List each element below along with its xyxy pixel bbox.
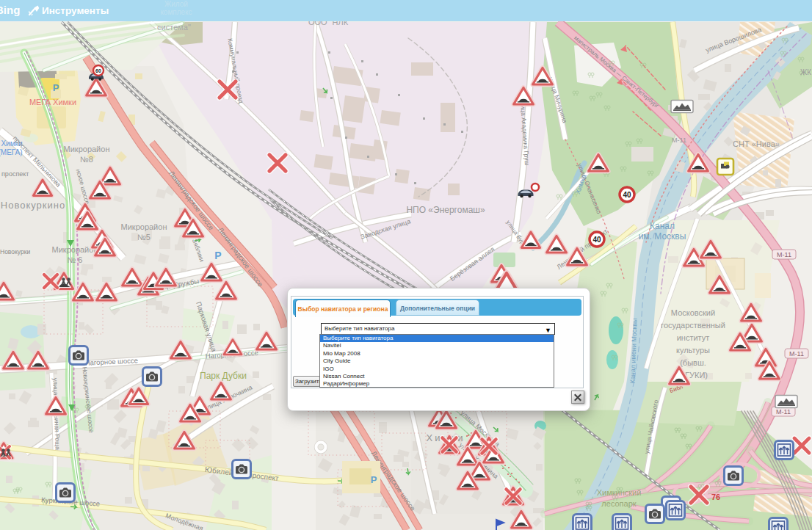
svg-text:им. Москвы: им. Москвы <box>639 231 686 242</box>
svg-text:проспект: проспект <box>1 170 29 178</box>
svg-text:ЖК «Н: ЖК «Н <box>800 68 812 76</box>
svg-text:Химкинский: Химкинский <box>597 488 642 497</box>
svg-text:(бывш.: (бывш. <box>680 358 706 367</box>
svg-text:Парк Дубки: Парк Дубки <box>200 371 247 381</box>
svg-text:60: 60 <box>95 68 101 73</box>
svg-text:М-11: М-11 <box>789 350 804 357</box>
svg-text:Новокуркино: Новокуркино <box>1 200 65 211</box>
svg-text:Новокурки: Новокурки <box>0 248 30 255</box>
svg-text:система": система" <box>157 23 191 32</box>
svg-text:(МЕГА): (МЕГА) <box>0 148 23 156</box>
svg-text:76: 76 <box>711 493 720 501</box>
svg-text:Московский: Московский <box>671 308 715 317</box>
svg-text:Р: Р <box>53 82 59 93</box>
svg-text:Канал: Канал <box>650 221 675 231</box>
svg-text:М-11: М-11 <box>776 408 791 415</box>
svg-text:Р: Р <box>371 474 377 485</box>
svg-text:40: 40 <box>623 191 631 199</box>
svg-text:МЕГА Химки: МЕГА Химки <box>29 98 76 106</box>
svg-text:НПО «Энергомаш»: НПО «Энергомаш» <box>406 205 485 215</box>
svg-text:Микрорайон: Микрорайон <box>64 145 110 153</box>
svg-text:№5: №5 <box>137 233 151 242</box>
svg-text:институт: институт <box>677 333 710 342</box>
svg-text:культуры: культуры <box>676 346 710 355</box>
svg-text:40: 40 <box>592 236 601 244</box>
svg-text:лесопарк: лесопарк <box>601 499 636 508</box>
svg-text:государственный: государственный <box>661 321 725 330</box>
svg-text:М-11: М-11 <box>777 251 791 258</box>
svg-text:№ 6: № 6 <box>68 255 83 264</box>
svg-text:М-11: М-11 <box>672 137 686 144</box>
svg-text:Р: Р <box>214 250 221 261</box>
svg-text:Микрорайон: Микрорайон <box>121 222 167 231</box>
svg-text:№8: №8 <box>80 155 93 164</box>
svg-text:СНТ «Нива»: СНТ «Нива» <box>733 139 780 148</box>
